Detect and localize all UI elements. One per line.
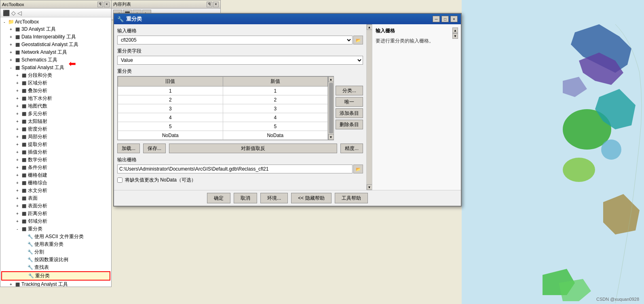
tree-item-chazhi[interactable]: ⬛ 插值分析 bbox=[1, 148, 110, 156]
cancel-btn[interactable]: 取消 bbox=[234, 193, 257, 203]
tree-item-jubu[interactable]: ⬛ 局部分析 bbox=[1, 133, 110, 141]
nodata-checkbox[interactable] bbox=[117, 177, 122, 183]
output-browse-btn[interactable]: 📂 bbox=[353, 165, 363, 173]
tree-item-zhongfenlei[interactable]: ⬛ 重分类 bbox=[1, 225, 110, 233]
reclass-row-2[interactable]: 33 bbox=[118, 104, 328, 113]
tree-item-fenduan[interactable]: ⬛ 分段和分类 bbox=[1, 72, 110, 79]
reclass-row-3[interactable]: 44 bbox=[118, 113, 328, 122]
dialog-scroll-up[interactable]: ▲ bbox=[367, 24, 372, 30]
tree-item-arctoolbox-root[interactable]: 📁 ArcToolbox bbox=[1, 18, 110, 25]
expand-icon[interactable] bbox=[14, 118, 21, 125]
tree-item-shuxue[interactable]: ⬛ 数学分析 bbox=[1, 156, 110, 164]
scroll-up-arrow[interactable]: ▲ bbox=[328, 76, 334, 82]
dialog-minimize-btn[interactable]: ─ bbox=[433, 16, 440, 22]
tree-item-network[interactable]: ⬛ Network Analyst 工具 bbox=[1, 49, 110, 56]
tree-item-biaomian-biao[interactable]: ⬛ 表面 bbox=[1, 194, 110, 202]
content-pin-btn[interactable]: ꟼ bbox=[207, 2, 212, 7]
help-scroll-down[interactable]: ▼ bbox=[452, 33, 458, 39]
load-btn[interactable]: 加载... bbox=[117, 144, 140, 153]
tree-item-midu[interactable]: ⬛ 密度分析 bbox=[1, 125, 110, 133]
expand-icon[interactable] bbox=[14, 188, 21, 194]
ok-btn[interactable]: 确定 bbox=[207, 193, 230, 203]
reclass-field-select[interactable]: Value bbox=[117, 56, 363, 65]
dialog-scroll-down[interactable]: ▼ bbox=[367, 184, 372, 190]
expand-icon[interactable] bbox=[14, 103, 21, 110]
tree-item-diejia[interactable]: ⬛ 叠加分析 bbox=[1, 87, 110, 95]
tree-item-shuge-zh[interactable]: ⬛ 栅格综合 bbox=[1, 179, 110, 187]
tree-item-biao-zhfl[interactable]: 🔧 使用表重分类 bbox=[1, 241, 110, 248]
expand-icon[interactable] bbox=[8, 281, 14, 287]
expand-icon[interactable] bbox=[14, 211, 21, 217]
tree-item-chazhao[interactable]: 🔧 查找表 bbox=[1, 264, 110, 271]
tree-item-geostatistical[interactable]: ⬛ Geostatistical Analyst 工具 bbox=[1, 41, 110, 49]
tree-item-tiaojian[interactable]: ⬛ 条件分析 bbox=[1, 164, 110, 171]
expand-icon[interactable] bbox=[14, 88, 21, 94]
expand-icon[interactable] bbox=[14, 195, 21, 202]
expand-icon[interactable] bbox=[14, 180, 21, 186]
tree-item-tracking[interactable]: ⬛ Tracking Analyst 工具 bbox=[1, 281, 110, 287]
reclass-table-scrollbar[interactable]: ▲ ▼ bbox=[328, 76, 334, 140]
classify-btn[interactable]: 分类... bbox=[336, 86, 363, 95]
content-close-btn[interactable]: × bbox=[213, 2, 219, 7]
tree-item-zhfl-tool[interactable]: 🔧 重分类 bbox=[1, 271, 110, 281]
expand-icon[interactable] bbox=[14, 172, 21, 179]
help-panel-scrollbar[interactable]: ▲ ▼ bbox=[453, 27, 458, 39]
expand-icon[interactable] bbox=[14, 72, 21, 79]
tool-help-btn[interactable]: 工具帮助 bbox=[335, 193, 368, 203]
expand-icon[interactable] bbox=[14, 157, 21, 163]
tree-item-spatial[interactable]: ⬛ Spatial Analyst 工具 bbox=[1, 64, 110, 72]
tree-item-ascii-zhfl[interactable]: 🔧 使用 ASCII 文件重分类 bbox=[1, 233, 110, 241]
tree-item-data-interop[interactable]: ⬛ Data Interoperability 工具 bbox=[1, 33, 110, 41]
expand-icon[interactable] bbox=[14, 80, 21, 87]
tree-item-shuiwen[interactable]: ⬛ 水文分析 bbox=[1, 187, 110, 194]
expand-icon[interactable] bbox=[14, 134, 21, 140]
expand-icon[interactable] bbox=[14, 95, 21, 102]
expand-icon[interactable] bbox=[14, 203, 21, 209]
expand-icon[interactable] bbox=[14, 111, 21, 117]
input-raster-select[interactable]: cfl2005 bbox=[117, 36, 353, 44]
dialog-close-btn[interactable]: × bbox=[450, 16, 458, 22]
reclass-row-0[interactable]: 11 bbox=[118, 87, 328, 95]
expand-icon[interactable] bbox=[14, 165, 21, 171]
expand-icon[interactable] bbox=[8, 26, 14, 33]
toolbar-icon-2[interactable]: ◇ bbox=[11, 10, 16, 16]
reclass-row-1[interactable]: 22 bbox=[118, 95, 328, 104]
expand-icon[interactable] bbox=[8, 34, 14, 40]
reclass-row-4[interactable]: 55 bbox=[118, 122, 328, 131]
delete-entry-btn[interactable]: 删除条目 bbox=[336, 120, 363, 129]
expand-icon-zhongfenlei[interactable] bbox=[14, 226, 21, 232]
expand-icon[interactable] bbox=[8, 57, 14, 63]
expand-icon[interactable] bbox=[14, 126, 21, 133]
tree-item-ditu[interactable]: ⬛ 地图代数 bbox=[1, 102, 110, 110]
expand-icon[interactable] bbox=[14, 218, 21, 225]
tree-item-linyu[interactable]: ⬛ 邻域分析 bbox=[1, 217, 110, 225]
tree-item-juli[interactable]: ⬛ 距离分析 bbox=[1, 210, 110, 217]
tree-item-schematics[interactable]: ⬛ Schematics 工具 bbox=[1, 56, 110, 64]
dialog-maximize-btn[interactable]: □ bbox=[441, 16, 449, 22]
help-scroll-up[interactable]: ▲ bbox=[452, 27, 458, 33]
reclass-row-5[interactable]: NoDataNoData bbox=[118, 131, 328, 140]
tree-item-3d-analyst[interactable]: ⬛ 3D Analyst 工具 bbox=[1, 25, 110, 33]
scroll-down-arrow[interactable]: ▼ bbox=[328, 134, 334, 140]
output-raster-input[interactable]: C:\Users\Administrator\Documents\ArcGIS\… bbox=[117, 165, 353, 173]
tree-item-quyu[interactable]: ⬛ 区域分析 bbox=[1, 79, 110, 87]
env-btn[interactable]: 环境... bbox=[260, 193, 288, 203]
reclass-table-scroll[interactable]: 旧值 新值 1122334455NoDataNoData bbox=[118, 76, 328, 140]
hide-help-btn[interactable]: << 隐藏帮助 bbox=[291, 193, 331, 203]
toolbar-icon-3[interactable]: ◁ bbox=[17, 10, 22, 16]
save-btn[interactable]: 保存... bbox=[143, 144, 166, 153]
tree-item-tiqu[interactable]: ⬛ 提取分析 bbox=[1, 141, 110, 148]
tree-item-shuge-cj[interactable]: ⬛ 栅格创建 bbox=[1, 171, 110, 179]
tree-item-anzhaoshu[interactable]: 🔧 按因数重设比例 bbox=[1, 256, 110, 264]
precision-btn[interactable]: 精度... bbox=[340, 144, 363, 153]
tree-item-fenge[interactable]: 🔧 分割 bbox=[1, 248, 110, 256]
add-entry-btn[interactable]: 添加条目 bbox=[336, 108, 363, 118]
unique-btn[interactable]: 唯一 bbox=[336, 97, 363, 107]
tree-item-taiyang[interactable]: ⬛ 太阳辐射 bbox=[1, 118, 110, 125]
expand-icon[interactable] bbox=[1, 19, 8, 25]
input-raster-browse-btn[interactable]: 📂 bbox=[353, 36, 363, 44]
arctoolbox-close-btn[interactable]: × bbox=[104, 2, 110, 7]
expand-icon-spatial[interactable] bbox=[8, 65, 14, 71]
tree-item-biaomian-fx[interactable]: ⬛ 表面分析 bbox=[1, 202, 110, 210]
toolbar-icon-1[interactable]: ⬛ bbox=[3, 10, 10, 16]
